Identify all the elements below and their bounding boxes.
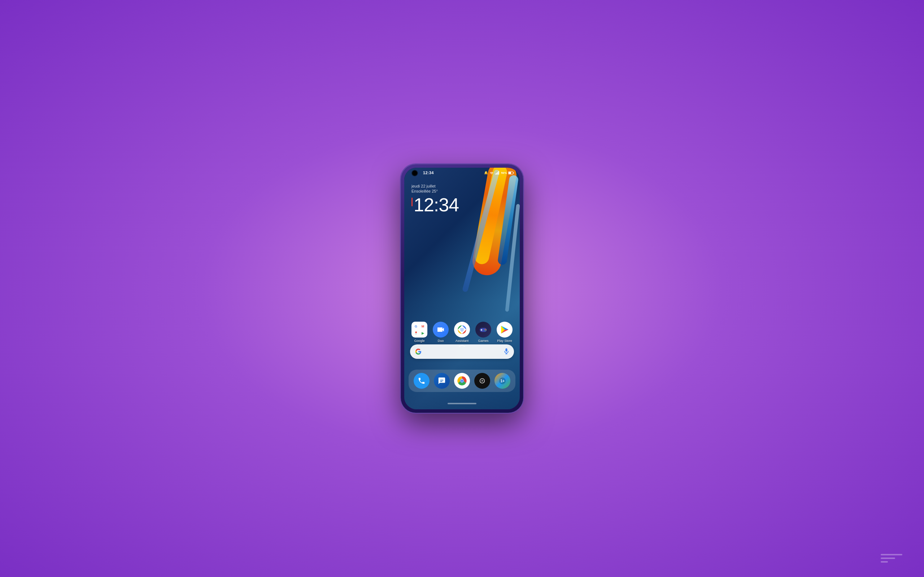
watermark bbox=[881, 554, 902, 562]
battery-percent: 56% bbox=[501, 171, 507, 174]
background: 12:34 🔔 bbox=[401, 164, 523, 413]
date-display: jeudi 22 juillet bbox=[412, 184, 459, 188]
status-bar: 12:34 🔔 bbox=[404, 168, 520, 178]
clock-time: 12:34 bbox=[414, 195, 459, 214]
google-logo bbox=[414, 348, 422, 356]
watermark-line-1 bbox=[881, 554, 902, 555]
svg-rect-2 bbox=[498, 172, 498, 174]
google-app-icon: G M 📍 ▶ bbox=[412, 322, 427, 338]
chrome-dock-icon bbox=[454, 373, 470, 389]
svg-point-17 bbox=[485, 329, 485, 330]
phone-screen: 12:34 🔔 bbox=[404, 168, 520, 409]
messages-dock-icon bbox=[434, 373, 450, 389]
notification-dot bbox=[412, 198, 412, 206]
svg-rect-5 bbox=[513, 172, 514, 173]
dock: 1+ bbox=[409, 370, 515, 392]
games-app-label: Games bbox=[478, 339, 488, 343]
assistant-app-label: Assistant bbox=[456, 339, 469, 343]
weather-display: Ensoleillée 25° bbox=[412, 189, 459, 193]
svg-rect-21 bbox=[440, 380, 443, 380]
playstore-app-label: Play Store bbox=[497, 339, 512, 343]
home-indicator[interactable] bbox=[447, 403, 477, 404]
phone-body: 12:34 🔔 bbox=[401, 164, 523, 413]
svg-point-13 bbox=[462, 329, 464, 330]
watermark-line-3 bbox=[881, 561, 888, 562]
status-icons: 🔔 bbox=[484, 171, 514, 174]
app-playstore[interactable]: Play Store bbox=[495, 322, 514, 343]
svg-point-18 bbox=[485, 330, 486, 330]
google-app-label: Google bbox=[414, 339, 425, 343]
duo-app-icon bbox=[433, 322, 449, 338]
svg-rect-7 bbox=[505, 348, 507, 351]
svg-point-12 bbox=[460, 329, 462, 330]
camera-dock-icon bbox=[474, 373, 490, 389]
app-google[interactable]: G M 📍 ▶ Google bbox=[410, 322, 429, 343]
status-time: 12:34 bbox=[423, 171, 434, 175]
svg-point-20 bbox=[484, 330, 485, 330]
games-app-icon bbox=[475, 322, 491, 338]
signal-icon bbox=[495, 171, 499, 174]
wifi-icon bbox=[489, 171, 494, 174]
svg-point-26 bbox=[461, 380, 463, 382]
svg-rect-22 bbox=[440, 381, 442, 382]
svg-rect-6 bbox=[509, 172, 511, 174]
app-games[interactable]: Games bbox=[474, 322, 493, 343]
app-assistant[interactable]: Assistant bbox=[452, 322, 472, 343]
vibrate-icon: 🔔 bbox=[484, 171, 488, 174]
clock-display: 12:34 bbox=[412, 195, 459, 214]
svg-point-11 bbox=[459, 327, 464, 332]
watermark-line-2 bbox=[881, 558, 895, 559]
oneplus-dock-icon: 1+ bbox=[494, 373, 510, 389]
playstore-app-icon bbox=[497, 322, 512, 338]
drawer-handle[interactable] bbox=[459, 344, 465, 347]
mic-icon[interactable] bbox=[503, 348, 510, 355]
dock-camera[interactable] bbox=[474, 373, 490, 389]
dock-chrome[interactable] bbox=[454, 373, 470, 389]
svg-point-19 bbox=[485, 330, 485, 331]
svg-rect-1 bbox=[496, 173, 497, 174]
svg-rect-16 bbox=[481, 330, 483, 330]
dock-oneplus[interactable]: 1+ bbox=[494, 373, 510, 389]
battery-icon bbox=[508, 171, 514, 174]
svg-rect-3 bbox=[498, 171, 499, 174]
phone-dock-icon bbox=[414, 373, 430, 389]
svg-rect-0 bbox=[495, 174, 496, 174]
duo-app-label: Duo bbox=[438, 339, 444, 343]
dock-phone[interactable] bbox=[414, 373, 430, 389]
app-duo[interactable]: Duo bbox=[431, 322, 450, 343]
svg-point-31 bbox=[482, 380, 483, 381]
lockscreen-info: jeudi 22 juillet Ensoleillée 25° 12:34 bbox=[412, 184, 459, 214]
phone-device: 12:34 🔔 bbox=[401, 164, 523, 413]
assistant-app-icon bbox=[454, 322, 470, 338]
svg-text:1+: 1+ bbox=[501, 379, 505, 383]
app-grid: G M 📍 ▶ Google bbox=[410, 322, 514, 343]
camera-hole bbox=[412, 171, 417, 176]
dock-messages[interactable] bbox=[434, 373, 450, 389]
